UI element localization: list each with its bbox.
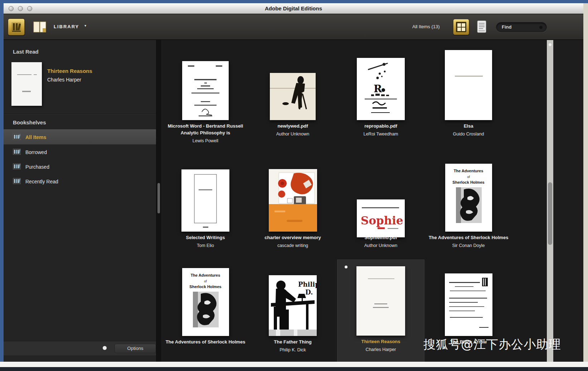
book-cover[interactable] [445,50,492,120]
bookshelf-icon [13,133,21,141]
book-item[interactable]: Selected Writings Tom Elio [162,157,249,262]
book-cover[interactable]: Philip D. [269,275,317,336]
book-author: Tom Elio [197,243,214,248]
sidebar-item-label: Purchased [25,164,49,170]
book-item[interactable]: R repropablo.pdf LeRoi Tweedham [337,46,424,151]
library-grid: Microsoft Word - Bertrand Russell Analyt… [161,40,547,362]
philip-cover-text-line1: Philip [298,281,317,288]
sherlock-cover-art: The Adventures of Sherlock Holmes [182,268,229,336]
book-caption: Sophieinfo.pdf Author Unknown [337,157,424,262]
sherlock-cover-title-line2: of [467,175,470,179]
toolbar: LIBRARY ▾ All Items (13) [4,14,583,40]
book-item[interactable]: charter overview memory cascade writing [249,157,336,262]
sherlock-cover-title-line3: Sherlock Holmes [452,180,484,184]
sidebar-item-all-items[interactable]: All Items [4,129,156,145]
sidebar-scrollbar[interactable] [156,40,161,362]
desktop-edge-top [0,0,588,3]
chevron-down-icon[interactable]: ▾ [84,24,86,28]
options-button[interactable]: Options [115,344,156,353]
book-item[interactable]: The Adventures of Sherlock Holmes The Ad… [162,259,249,362]
book-author: Author Unknown [364,243,397,248]
bookshelf-icon [13,148,21,156]
book-cover[interactable] [445,273,492,336]
search-field[interactable]: Find [496,22,547,32]
desktop-edge-right [583,3,588,362]
sidebar-item-label: Recently Read [25,179,58,184]
last-read-cover[interactable] [11,62,42,106]
library-view-button[interactable] [8,19,25,35]
scrollbar-arrow-dot[interactable] [549,43,551,46]
book-title: Thirteen Reasons [361,338,400,345]
book-author: Author Unknown [276,132,309,137]
pianist-cover-art: Philip D. [269,275,317,336]
search-text: Find [502,24,511,30]
book-item[interactable]: Elsa Guido Crosland [425,46,512,151]
reading-view-button[interactable] [31,20,46,34]
book-title: repropablo.pdf [364,123,397,130]
last-read-header: Last Read [13,49,39,55]
book-author: cascade writing [277,243,308,248]
book-item-selected[interactable]: Thirteen Reasons Charles Harper [337,259,424,362]
sherlock-cover-title-line3: Sherlock Holmes [189,285,221,289]
certificate-cover-art: R [357,58,405,120]
search-dropdown-dot-icon[interactable] [539,26,543,29]
titlebar: Adobe Digital Editions [4,3,583,14]
grid-view-toggle[interactable] [453,19,469,35]
sherlock-cover-title-line2: of [204,280,207,283]
book-item[interactable]: Philip D. The Father Thing Phi [249,259,336,362]
last-read-author: Charles Harper [47,77,81,83]
desktop-edge-bottom [0,362,588,367]
book-item[interactable]: The Adventures of Sherlock Holmes The Ad… [425,157,512,262]
list-view-toggle[interactable] [477,20,486,33]
library-menu-label[interactable]: LIBRARY [54,24,79,29]
sidebar-item-label: Borrowed [25,149,47,155]
book-item[interactable]: Microsoft Word - Bertrand Russell Analyt… [162,46,249,151]
grid-scrollbar[interactable] [547,40,553,362]
book-cover[interactable] [270,73,316,120]
form-cover-art [445,273,492,336]
bookshelf-icon [8,30,24,36]
sidebar-item-recently-read[interactable]: Recently Read [4,174,156,189]
document-cover-art [182,61,229,120]
book-title: charter overview memory [264,234,321,241]
sidebar-scrollbar-thumb[interactable] [157,183,160,213]
last-read-title[interactable]: Thirteen Reasons [47,68,92,74]
photo-cover-art [270,73,316,120]
items-count-label: All Items (13) [412,24,440,29]
book-author: Charles Harper [366,347,396,352]
sidebar-item-purchased[interactable]: Purchased [4,159,156,174]
book-cover[interactable]: R [357,58,405,120]
new-item-dot-icon [345,266,348,268]
grid-scrollbar-thumb[interactable] [548,182,552,245]
book-title: newlywed.pdf [277,123,308,130]
sherlock-cover-title-line1: The Adventures [453,169,483,173]
book-cover[interactable] [181,169,229,232]
book-title: Elsa [464,123,473,130]
last-read-cover-art [11,62,42,106]
book-title: Sophieinfo.pdf [365,234,397,241]
book-cover[interactable]: The Adventures of Sherlock Holmes [445,164,492,232]
book-cover[interactable] [182,61,229,120]
add-bookshelf-button[interactable] [103,346,107,350]
book-title: Selected Writings [186,234,225,241]
philip-cover-text-line2: D. [305,288,313,296]
book-cover[interactable]: The Adventures of Sherlock Holmes [182,268,229,336]
book-author: LeRoi Tweedham [363,132,398,137]
book-item[interactable]: newlywed.pdf Author Unknown [249,46,336,151]
app-window: Adobe Digital Editions [4,3,583,362]
bookshelves-header: Bookshelves [13,119,46,125]
watermark: 搜狐号@江下办公小助理 [423,336,561,353]
book-author: Guido Crosland [453,132,484,137]
book-cover[interactable] [356,266,405,336]
sherlock-cover-title-line1: The Adventures [190,273,220,277]
sidebar-item-borrowed[interactable]: Borrowed [4,145,156,159]
plain-cover-art [356,266,405,336]
book-title: The Adventures of Sherlock Holmes [166,339,246,346]
book-cover[interactable] [269,169,317,232]
book-title: Microsoft Word - Bertrand Russell Analyt… [164,123,247,137]
bookshelf-list: All Items Borrowed [4,129,156,189]
sidebar-footer: Options [4,341,156,355]
open-book-icon [33,29,47,35]
book-author: Sir Conan Doyle [452,243,485,248]
book-author: Philip K. Dick [280,347,306,352]
